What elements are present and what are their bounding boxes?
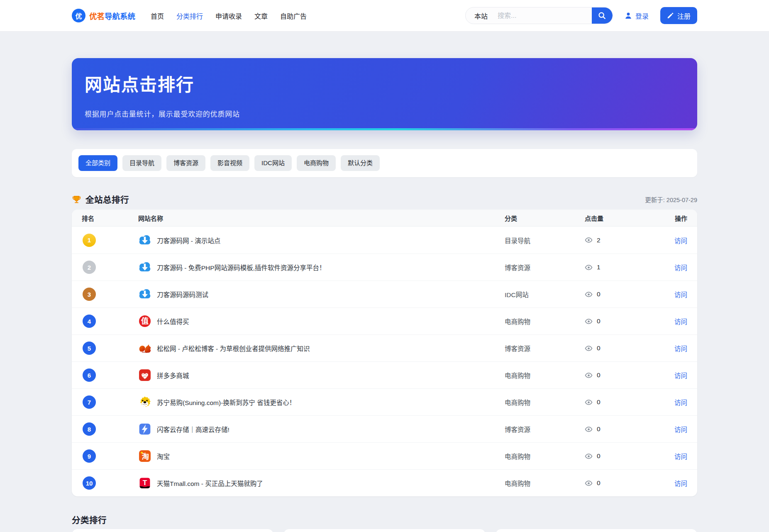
search-input[interactable] (498, 12, 592, 20)
site-name-link[interactable]: 松松网 - 卢松松博客 - 为草根创业者提供网络推广知识 (157, 344, 310, 353)
ranking-section-head: 全站总排行 更新于: 2025-07-29 (72, 193, 697, 205)
click-count: 0 (597, 317, 601, 325)
rank-badge-silver: 2 (83, 261, 96, 274)
visit-link[interactable]: 访问 (674, 426, 687, 433)
nav-item-home[interactable]: 首页 (151, 11, 164, 21)
site-category: 博客资源 (505, 263, 585, 272)
register-label: 注册 (677, 11, 691, 21)
table-row: 10 T 天猫Tmall.com - 买正品上天猫就购了 电商购物 0 访问 (72, 469, 697, 496)
click-count: 0 (597, 452, 601, 460)
eye-icon (585, 236, 593, 244)
rank-badge: 7 (83, 395, 96, 409)
rank-badge: 10 (83, 476, 96, 490)
eye-icon (585, 479, 593, 487)
site-header: 优 优茗导航系统 首页 分类排行 申请收录 文章 自助广告 本站 登录 (0, 0, 769, 32)
rank-badge: 4 (83, 315, 96, 328)
site-name-link[interactable]: 苏宁易购(Suning.com)-换新到苏宁 省钱更省心！ (157, 398, 295, 407)
visit-link[interactable]: 访问 (674, 372, 687, 379)
filter-chip-blog[interactable]: 博客资源 (166, 155, 205, 171)
eye-icon (585, 425, 593, 433)
table-row: 7 苏宁易购(Suning.com)-换新到苏宁 省钱更省心！ 电商购物 0 访… (72, 388, 697, 415)
category-card (283, 529, 485, 532)
visit-link[interactable]: 访问 (674, 453, 687, 460)
site-category: 电商购物 (505, 478, 585, 488)
visit-link[interactable]: 访问 (674, 318, 687, 325)
visit-link[interactable]: 访问 (674, 237, 687, 244)
eye-icon (585, 264, 593, 271)
site-name-link[interactable]: 拼多多商城 (157, 371, 189, 380)
filter-chip-default[interactable]: 默认分类 (341, 155, 380, 171)
visit-link[interactable]: 访问 (674, 264, 687, 271)
table-row: 3 刀客源码源码测试 IDC网站 0 访问 (72, 281, 697, 307)
ranking-table: 排名 网站名称 分类 点击量 操作 1 刀客源码网 - 演示站点 目录导航 2 … (72, 210, 697, 496)
visit-link[interactable]: 访问 (674, 399, 687, 406)
nav-item-articles[interactable]: 文章 (254, 11, 268, 21)
search-scope[interactable]: 本站 (474, 11, 488, 21)
taobao-icon: 淘 (138, 449, 151, 463)
site-category: 博客资源 (505, 344, 585, 353)
eye-icon (585, 290, 593, 298)
filter-chip-ecommerce[interactable]: 电商购物 (297, 155, 336, 171)
login-link[interactable]: 登录 (625, 11, 649, 21)
table-row: 4 值 什么值得买 电商购物 0 访问 (72, 307, 697, 334)
category-card (496, 529, 697, 532)
nav-item-apply-inclusion[interactable]: 申请收录 (215, 11, 242, 21)
eye-icon (585, 452, 593, 460)
rank-badge: 6 (83, 368, 96, 382)
site-category: 电商购物 (505, 451, 585, 461)
filter-chip-directory[interactable]: 目录导航 (122, 155, 161, 171)
category-section-title: 分类排行 (72, 513, 697, 526)
eye-icon (585, 398, 593, 406)
visit-link[interactable]: 访问 (674, 291, 687, 298)
page-title: 网站点击排行 (85, 75, 684, 95)
site-category: 电商购物 (505, 371, 585, 380)
site-name-link[interactable]: 淘宝 (157, 451, 170, 461)
ranking-section-title: 全站总排行 (85, 193, 129, 205)
tmall-icon: T (138, 476, 151, 490)
eye-icon (585, 344, 593, 352)
category-section-head: 分类排行 (72, 513, 697, 526)
site-name-link[interactable]: 刀客源码网 - 演示站点 (157, 236, 220, 245)
filter-chip-all[interactable]: 全部类别 (78, 155, 117, 171)
search-button[interactable] (592, 7, 613, 24)
click-count: 0 (597, 371, 601, 379)
visit-link[interactable]: 访问 (674, 480, 687, 487)
suning-lion-icon (138, 395, 151, 409)
table-header-row: 排名 网站名称 分类 点击量 操作 (72, 210, 697, 227)
click-count: 0 (597, 290, 601, 298)
nav-item-category-ranking[interactable]: 分类排行 (176, 11, 203, 21)
pdd-heart-icon (138, 368, 151, 382)
smzdm-zhi-icon: 值 (138, 315, 151, 328)
nav-item-self-ads[interactable]: 自助广告 (280, 11, 307, 21)
header-right: 本站 登录 注册 (465, 7, 697, 24)
brand-logo-icon: 优 (72, 9, 85, 22)
site-name-link[interactable]: 刀客源码 - 免费PHP网站源码模板,插件软件资源分享平台！ (157, 263, 325, 272)
click-count: 0 (597, 479, 601, 487)
cloud-download-icon (138, 261, 151, 274)
visit-link[interactable]: 访问 (674, 345, 687, 352)
filter-chip-idc[interactable]: IDC网站 (254, 155, 292, 171)
squirrel-icon (138, 342, 151, 355)
table-row: 5 松松网 - 卢松松博客 - 为草根创业者提供网络推广知识 博客资源 0 访问 (72, 334, 697, 361)
table-row: 9 淘 淘宝 电商购物 0 访问 (72, 442, 697, 469)
search-box: 本站 (465, 7, 613, 24)
site-category: 电商购物 (505, 317, 585, 326)
register-button[interactable]: 注册 (660, 7, 697, 24)
site-name-link[interactable]: 什么值得买 (157, 317, 189, 326)
click-count: 0 (597, 398, 601, 406)
site-name-link[interactable]: 刀客源码源码测试 (157, 290, 208, 299)
click-count: 1 (597, 264, 601, 271)
login-label: 登录 (635, 11, 649, 21)
user-icon (625, 12, 632, 20)
site-name-link[interactable]: 天猫Tmall.com - 买正品上天猫就购了 (157, 478, 263, 488)
brand[interactable]: 优 优茗导航系统 (72, 9, 135, 22)
site-category: IDC网站 (505, 290, 585, 299)
site-name-link[interactable]: 闪客云存储｜高速云存储! (157, 425, 229, 434)
svg-text:值: 值 (141, 317, 149, 325)
click-count: 0 (597, 344, 601, 352)
site-category: 电商购物 (505, 398, 585, 407)
filter-chip-video[interactable]: 影音视频 (210, 155, 249, 171)
table-row: 8 闪客云存储｜高速云存储! 博客资源 0 访问 (72, 415, 697, 442)
main-content: 网站点击排行 根据用户点击量统计，展示最受欢迎的优质网站 全部类别 目录导航 博… (72, 58, 697, 532)
table-row: 1 刀客源码网 - 演示站点 目录导航 2 访问 (72, 227, 697, 254)
